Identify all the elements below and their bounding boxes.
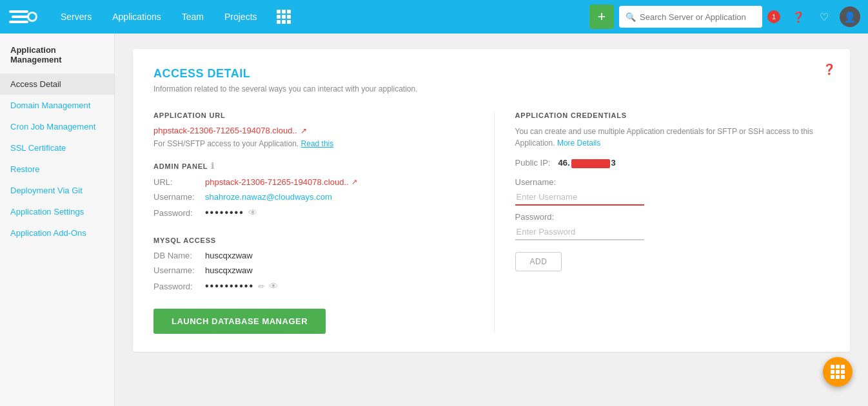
read-this-link[interactable]: Read this xyxy=(301,139,334,148)
more-details-link[interactable]: More Details xyxy=(557,139,600,148)
mysql-eye-icon[interactable]: 👁 xyxy=(269,281,278,291)
app-url-label: APPLICATION URL xyxy=(153,111,468,119)
admin-password-dots: •••••••• xyxy=(205,207,244,218)
nav-applications[interactable]: Applications xyxy=(102,0,172,34)
admin-username-row: Username: shahroze.nawaz@cloudways.com xyxy=(153,192,468,202)
logo[interactable] xyxy=(8,8,39,26)
sidebar-item-cron-job[interactable]: Cron Job Management xyxy=(0,116,114,137)
search-icon: 🔍 xyxy=(626,12,636,22)
public-ip-value: 46.3 xyxy=(558,158,615,168)
apps-grid-icon[interactable] xyxy=(268,0,300,34)
mysql-dbname-row: DB Name: huscqxzwaw xyxy=(153,251,468,260)
mysql-password-label: Password: xyxy=(153,282,205,291)
public-ip-label: Public IP: xyxy=(515,158,551,168)
favorites-icon[interactable]: ♡ xyxy=(813,6,835,28)
ip-redacted xyxy=(571,159,610,168)
admin-info-icon[interactable]: ℹ xyxy=(211,161,215,171)
app-url-link[interactable]: phpstack-21306-71265-194078.cloud.. ↗ xyxy=(153,126,468,135)
mysql-dbname-value: huscqxzwaw xyxy=(205,251,253,260)
svg-rect-2 xyxy=(9,21,28,23)
page-subtitle: Information related to the several ways … xyxy=(153,84,829,93)
password-cred-label: Password: xyxy=(515,212,830,222)
mysql-section: MYSQL ACCESS DB Name: huscqxzwaw Usernam… xyxy=(153,237,468,292)
sidebar: Application Management Access Detail Dom… xyxy=(0,34,115,406)
floating-grid-button[interactable] xyxy=(823,357,853,387)
admin-password-label: Password: xyxy=(153,208,205,218)
admin-url-label: URL: xyxy=(153,177,205,187)
public-ip-row: Public IP: 46.3 xyxy=(515,158,830,168)
main-card: ❓ ACCESS DETAIL Information related to t… xyxy=(133,49,850,352)
external-link-icon: ↗ xyxy=(301,126,307,135)
user-avatar[interactable]: 👤 xyxy=(840,6,860,27)
nav-team[interactable]: Team xyxy=(172,0,214,34)
external-link-icon-2: ↗ xyxy=(351,178,357,186)
notification-badge[interactable]: 1 xyxy=(767,10,780,23)
sidebar-item-app-settings[interactable]: Application Settings xyxy=(0,201,114,222)
password-field-row: Password: xyxy=(515,212,830,240)
search-wrap: 🔍 xyxy=(619,6,762,28)
nav-servers[interactable]: Servers xyxy=(50,0,102,34)
mysql-password-dots: •••••••••• xyxy=(205,280,254,292)
sidebar-title: Application Management xyxy=(0,45,114,73)
admin-panel-label: ADMIN PANEL ℹ xyxy=(153,161,468,171)
sidebar-item-addons[interactable]: Application Add-Ons xyxy=(0,222,114,244)
sidebar-item-restore[interactable]: Restore xyxy=(0,159,114,180)
password-cred-input[interactable] xyxy=(515,224,644,240)
two-column-layout: APPLICATION URL phpstack-21306-71265-194… xyxy=(153,111,829,334)
sidebar-item-access-detail[interactable]: Access Detail xyxy=(0,73,114,95)
admin-password-row: Password: •••••••• 👁 xyxy=(153,207,468,218)
password-eye-icon[interactable]: 👁 xyxy=(248,208,257,218)
mysql-password-row: Password: •••••••••• ✏ 👁 xyxy=(153,280,468,292)
mysql-username-label: Username: xyxy=(153,266,205,275)
sidebar-item-domain-management[interactable]: Domain Management xyxy=(0,95,114,116)
admin-url-row: URL: phpstack-21306-71265-194078.cloud..… xyxy=(153,177,468,187)
mysql-username-row: Username: huscqxzwaw xyxy=(153,266,468,275)
ssh-hint: For SSH/SFTP access to your Application.… xyxy=(153,139,468,148)
sidebar-item-ssl[interactable]: SSL Certificate xyxy=(0,137,114,159)
right-column: APPLICATION CREDENTIALS You can create a… xyxy=(494,111,830,334)
mysql-username-value: huscqxzwaw xyxy=(205,266,253,275)
username-field-row: Username: xyxy=(515,177,830,206)
content-area: ❓ ACCESS DETAIL Information related to t… xyxy=(115,34,868,406)
help-corner-icon[interactable]: ❓ xyxy=(823,63,836,75)
username-cred-label: Username: xyxy=(515,177,830,187)
help-icon[interactable]: ❓ xyxy=(787,6,809,28)
sidebar-item-deployment[interactable]: Deployment Via Git xyxy=(0,180,114,201)
svg-point-4 xyxy=(29,14,35,20)
launch-db-manager-button[interactable]: LAUNCH DATABASE MANAGER xyxy=(153,309,326,334)
nav-projects[interactable]: Projects xyxy=(214,0,268,34)
app-url-text: phpstack-21306-71265-194078.cloud.. xyxy=(153,126,297,135)
add-button[interactable]: + xyxy=(589,5,614,29)
top-navigation: Servers Applications Team Projects + 🔍 1… xyxy=(0,0,868,34)
add-credential-button[interactable]: ADD xyxy=(515,252,562,271)
main-layout: Application Management Access Detail Dom… xyxy=(0,34,868,406)
left-column: APPLICATION URL phpstack-21306-71265-194… xyxy=(153,111,468,334)
username-cred-input[interactable] xyxy=(515,189,644,206)
admin-username-label: Username: xyxy=(153,192,205,202)
nav-links: Servers Applications Team Projects xyxy=(50,0,300,34)
search-input[interactable] xyxy=(640,12,756,22)
svg-rect-0 xyxy=(9,10,28,13)
mysql-dbname-label: DB Name: xyxy=(153,251,205,260)
admin-username-value: shahroze.nawaz@cloudways.com xyxy=(205,192,332,202)
page-title: ACCESS DETAIL xyxy=(153,67,829,81)
credentials-description: You can create and use multiple Applicat… xyxy=(515,126,830,149)
mysql-section-label: MYSQL ACCESS xyxy=(153,237,468,244)
admin-url-value[interactable]: phpstack-21306-71265-194078.cloud.. ↗ xyxy=(205,177,357,187)
mysql-edit-icon[interactable]: ✏ xyxy=(258,282,265,291)
credentials-section-label: APPLICATION CREDENTIALS xyxy=(515,111,830,119)
